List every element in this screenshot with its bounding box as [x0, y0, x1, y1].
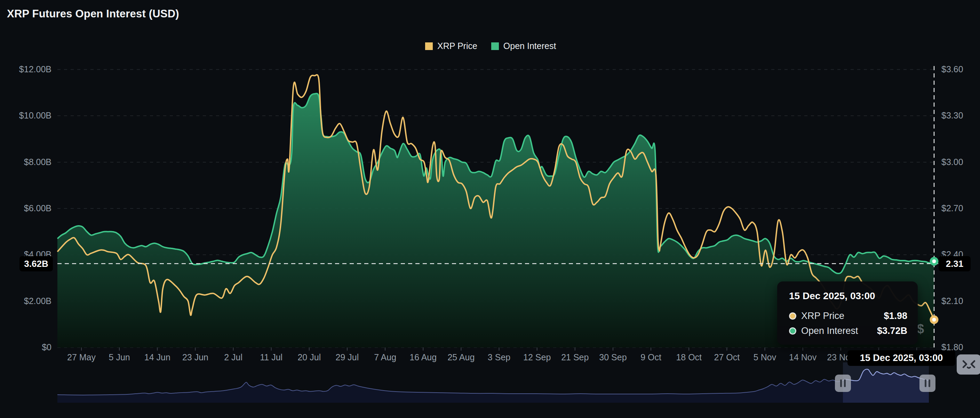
- main-chart-canvas[interactable]: [0, 0, 980, 418]
- tooltip: 15 Dec 2025, 03:00 XRP Price $1.98 Open …: [777, 282, 918, 345]
- tooltip-date: 15 Dec 2025, 03:00: [789, 290, 907, 302]
- crosshair-date-pill: 15 Dec 2025, 03:00: [848, 350, 955, 366]
- open-interest-last-point-marker: [931, 258, 937, 264]
- crosshair-left-value-pill: 3.62B: [19, 256, 53, 271]
- crosshair-right-value-pill: 2.31: [939, 256, 970, 271]
- tooltip-row-open-interest: Open Interest $3.72B: [789, 326, 907, 336]
- collapse-arrows-icon: [961, 358, 977, 371]
- navigator-left-handle[interactable]: [835, 375, 851, 392]
- navigator-right-handle[interactable]: [920, 375, 935, 392]
- tooltip-row-xrp-price: XRP Price $1.98: [789, 310, 907, 321]
- open-interest-dot-icon: [789, 327, 796, 335]
- chart-resize-handle-button[interactable]: [957, 355, 980, 375]
- xrp-price-dot-icon: [789, 312, 796, 320]
- tooltip-xrp-price-value: $1.98: [884, 310, 907, 321]
- chart-page: XRP Futures Open Interest (USD) XRP Pric…: [0, 0, 980, 418]
- tooltip-open-interest-value: $3.72B: [877, 326, 907, 336]
- watermark-fragment: $: [917, 322, 924, 336]
- xrp-price-last-point-marker: [931, 317, 937, 323]
